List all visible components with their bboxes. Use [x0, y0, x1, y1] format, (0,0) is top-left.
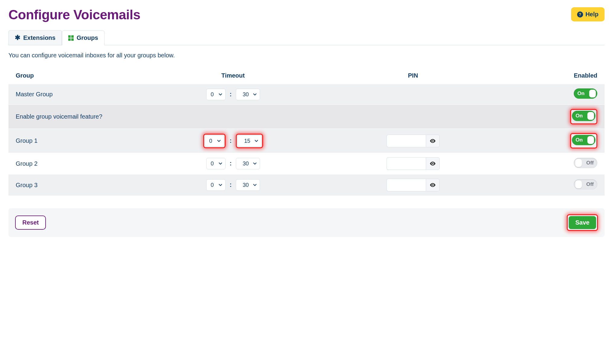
eye-icon: [429, 160, 436, 167]
colon: :: [227, 137, 234, 144]
row-group-2-name: Group 2: [8, 153, 139, 174]
group1-pin-wrap: [387, 135, 440, 147]
group1-timeout-min[interactable]: 0: [205, 135, 224, 147]
tabs: ✱ Extensions Groups: [8, 30, 605, 45]
toggle-label: On: [576, 113, 583, 119]
row-feature-label: Enable group voicemail feature?: [8, 105, 499, 129]
highlight-group1-sec: 15: [236, 134, 263, 148]
group2-timeout-sec[interactable]: 30: [236, 158, 260, 169]
highlight-group1-min: 0: [203, 134, 226, 148]
highlight-group1-toggle: On: [570, 133, 597, 148]
group3-timeout-min[interactable]: 0: [206, 179, 226, 191]
grid-icon: [68, 35, 74, 41]
highlight-feature-toggle: On: [570, 109, 597, 124]
colon: :: [227, 160, 234, 167]
group1-pin-input[interactable]: [387, 135, 426, 147]
row-master-name: Master Group: [8, 84, 139, 105]
master-enabled-toggle[interactable]: On: [574, 88, 597, 99]
toggle-label: On: [576, 137, 583, 143]
row-group-2: Group 2 0 : 30 Off: [8, 153, 605, 174]
group3-pin-input[interactable]: [387, 179, 426, 191]
group2-pin-input[interactable]: [387, 157, 426, 170]
toggle-knob: [575, 159, 582, 167]
asterisk-icon: ✱: [15, 34, 20, 41]
column-header-timeout: Timeout: [139, 67, 327, 84]
tab-groups[interactable]: Groups: [62, 30, 104, 45]
voicemail-table: Group Timeout PIN Enabled Master Group 0…: [8, 67, 605, 196]
group3-timeout-sec[interactable]: 30: [236, 179, 260, 191]
colon: :: [227, 91, 234, 97]
page-title: Configure Voicemails: [8, 7, 140, 22]
tab-groups-label: Groups: [77, 34, 98, 41]
colon: :: [227, 181, 234, 188]
master-timeout-sec[interactable]: 30: [236, 89, 260, 100]
tab-extensions[interactable]: ✱ Extensions: [8, 30, 62, 45]
group1-timeout-sec[interactable]: 15: [237, 135, 262, 147]
row-group-3-name: Group 3: [8, 174, 139, 196]
help-label: Help: [586, 11, 599, 18]
group1-pin-reveal[interactable]: [426, 135, 440, 147]
intro-text: You can configure voicemail inboxes for …: [8, 52, 605, 59]
help-icon: ?: [577, 11, 583, 18]
group3-pin-wrap: [387, 179, 440, 191]
toggle-knob: [589, 90, 596, 97]
highlight-save: Save: [567, 214, 598, 231]
tab-extensions-label: Extensions: [23, 34, 56, 41]
save-button[interactable]: Save: [569, 216, 596, 229]
eye-icon: [429, 182, 436, 188]
row-feature: Enable group voicemail feature? On: [8, 105, 605, 129]
row-master-group: Master Group 0 : 30 On: [8, 84, 605, 105]
toggle-knob: [587, 136, 594, 144]
column-header-group: Group: [8, 67, 139, 84]
toggle-knob: [587, 112, 594, 120]
row-group-1-name: Group 1: [8, 129, 139, 153]
column-header-enabled: Enabled: [499, 67, 605, 84]
master-timeout-min[interactable]: 0: [206, 89, 226, 100]
toggle-label: Off: [586, 181, 594, 187]
row-group-1: Group 1 0 : 15: [8, 129, 605, 153]
help-button[interactable]: ? Help: [571, 7, 605, 21]
group3-pin-reveal[interactable]: [426, 179, 440, 191]
group2-pin-reveal[interactable]: [426, 157, 440, 170]
group1-enabled-toggle[interactable]: On: [572, 135, 595, 145]
eye-icon: [429, 138, 436, 144]
group2-enabled-toggle[interactable]: Off: [574, 158, 597, 168]
row-group-3: Group 3 0 : 30 Off: [8, 174, 605, 196]
feature-enabled-toggle[interactable]: On: [572, 111, 595, 121]
footer-bar: Reset Save: [8, 208, 605, 237]
toggle-label: On: [577, 91, 585, 97]
toggle-knob: [575, 180, 582, 188]
group3-enabled-toggle[interactable]: Off: [574, 179, 597, 190]
column-header-pin: PIN: [327, 67, 499, 84]
group2-timeout-min[interactable]: 0: [206, 158, 226, 169]
group2-pin-wrap: [387, 157, 440, 170]
reset-button[interactable]: Reset: [15, 216, 46, 230]
toggle-label: Off: [586, 160, 594, 166]
